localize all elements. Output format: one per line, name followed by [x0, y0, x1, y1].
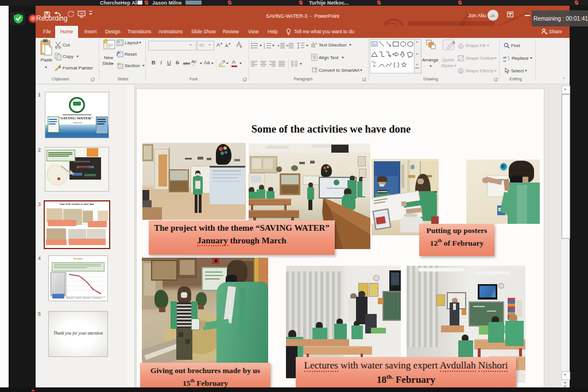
svg-text:A: A	[315, 42, 317, 45]
svg-text:ac: ac	[503, 59, 506, 63]
svg-text:3: 3	[264, 46, 265, 49]
